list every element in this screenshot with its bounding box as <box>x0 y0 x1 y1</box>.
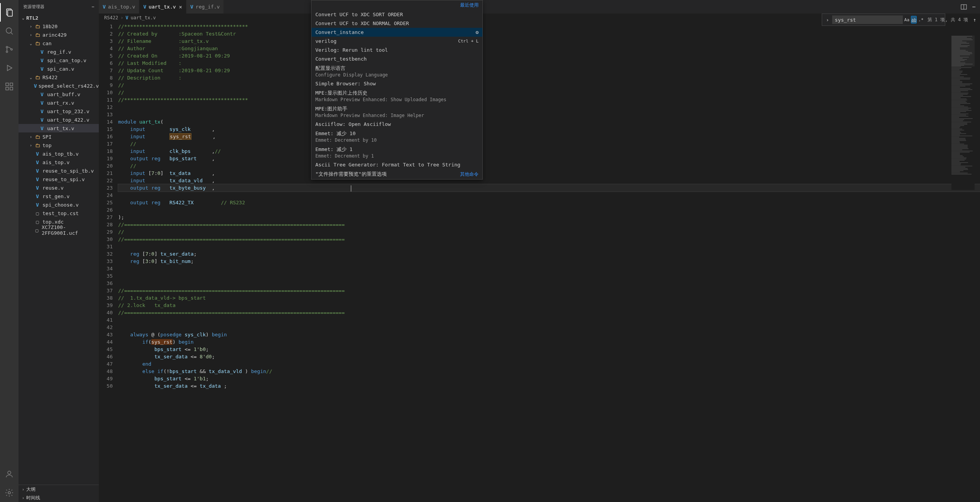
file-icon: V <box>39 92 46 97</box>
palette-recent-label: 最近使用 <box>311 0 482 10</box>
svg-marker-7 <box>7 65 12 71</box>
project-root[interactable]: ⌄ RTL2 <box>19 14 99 22</box>
search-icon[interactable] <box>0 22 19 40</box>
file-icon: V <box>34 83 37 89</box>
file-spi_can.v[interactable]: Vspi_can.v <box>19 64 99 73</box>
find-prev-icon[interactable]: ↑ <box>972 17 977 23</box>
file-ais_top_tb.v[interactable]: Vais_top_tb.v <box>19 149 99 158</box>
palette-item[interactable]: Simple Browser: Show <box>311 79 482 88</box>
folder-icon: 🗀 <box>34 75 41 80</box>
palette-item[interactable]: Convert UCF to XDC SORT ORDER <box>311 10 482 19</box>
svg-point-5 <box>6 51 8 53</box>
file-reuse_to_spi.v[interactable]: Vreuse_to_spi.v <box>19 175 99 183</box>
folder-RS422[interactable]: ⌄🗀RS422 <box>19 73 99 81</box>
file-icon: ▢ <box>34 210 41 216</box>
file-XC7Z100-2FFG900I.ucf[interactable]: ▢XC7Z100-2FFG900I.ucf <box>19 226 99 234</box>
file-speed_select_rs422.v[interactable]: Vspeed_select_rs422.v <box>19 81 99 90</box>
editor-body[interactable]: 1234567891011121314151617181920212223242… <box>99 22 980 502</box>
sidebar-title: 资源管理器 <box>23 4 44 10</box>
folder-SPI[interactable]: ›🗀SPI <box>19 132 99 141</box>
palette-item[interactable]: verilogCtrl + L <box>311 37 482 46</box>
palette-item[interactable]: Emmet: 减少 1Emmet: Decrement by 1 <box>311 144 482 160</box>
svg-point-13 <box>8 492 10 494</box>
more-actions-icon[interactable]: ⋯ <box>972 4 975 10</box>
file-icon: V <box>39 126 46 131</box>
palette-item[interactable]: "文件操作需要预览"的重置选项其他命令 <box>311 169 482 179</box>
palette-item[interactable]: Convert_instance⚙ <box>311 28 482 37</box>
file-uart_rx.v[interactable]: Vuart_rx.v <box>19 98 99 107</box>
palette-item[interactable]: MPE:图片助手Markdown Preview Enhanced: Image… <box>311 104 482 120</box>
find-whole-word-icon[interactable]: ab <box>911 16 917 24</box>
svg-rect-9 <box>10 83 13 86</box>
file-spi_can_top.v[interactable]: Vspi_can_top.v <box>19 56 99 64</box>
gear-icon[interactable]: ⚙ <box>476 29 479 35</box>
folder-top[interactable]: ›🗀top <box>19 141 99 149</box>
file-reuse_to_spi_tb.v[interactable]: Vreuse_to_spi_tb.v <box>19 166 99 175</box>
file-test_top.cst[interactable]: ▢test_top.cst <box>19 209 99 217</box>
palette-item[interactable]: Asciiflow: Open Asciiflow <box>311 120 482 129</box>
tab-ais-top[interactable]: V ais_top.v <box>99 0 139 14</box>
explorer-sidebar: 资源管理器 ⋯ ⌄ RTL2 ›🗀18b20›🗀arinc429⌄🗀canVre… <box>19 0 99 502</box>
file-rst_gen.v[interactable]: Vrst_gen.v <box>19 192 99 200</box>
find-case-icon[interactable]: Aa <box>904 16 909 24</box>
svg-rect-10 <box>6 87 8 90</box>
chevron-right-icon: › <box>120 15 123 20</box>
file-reg_if.v[interactable]: Vreg_if.v <box>19 47 99 56</box>
file-uart_tx.v[interactable]: Vuart_tx.v <box>19 124 99 132</box>
extensions-icon[interactable] <box>0 77 19 96</box>
file-icon: V <box>34 159 41 165</box>
split-editor-icon[interactable] <box>961 4 967 10</box>
palette-item[interactable]: Convert UCF to XDC NORMAL ORDER <box>311 19 482 28</box>
file-uart_buff.v[interactable]: Vuart_buff.v <box>19 90 99 98</box>
tab-reg-if[interactable]: V reg_if.v <box>186 0 224 14</box>
find-regex-icon[interactable]: .* <box>918 16 923 24</box>
file-ais_top.v[interactable]: Vais_top.v <box>19 158 99 166</box>
find-result-count: 第 1 项, 共 4 项 <box>928 17 968 23</box>
folder-icon: 🗀 <box>34 134 41 140</box>
code-content[interactable]: //**************************************… <box>118 22 980 502</box>
folder-icon: 🗀 <box>34 41 41 46</box>
sidebar-footer: ›大纲 ›时间线 <box>19 485 99 502</box>
explorer-icon[interactable] <box>0 3 19 22</box>
palette-item[interactable]: Convert_testbench <box>311 54 482 63</box>
outline-section[interactable]: ›大纲 <box>19 485 99 494</box>
file-icon: V <box>39 109 46 114</box>
folder-arinc429[interactable]: ›🗀arinc429 <box>19 31 99 39</box>
palette-item[interactable]: Verilog: Rerun lint tool <box>311 46 482 54</box>
tab-uart-tx[interactable]: V uart_tx.v × <box>139 0 186 14</box>
verilog-file-icon: V <box>103 4 106 10</box>
debug-icon[interactable] <box>0 59 19 77</box>
file-icon: V <box>39 49 46 55</box>
source-control-icon[interactable] <box>0 40 19 59</box>
editor-area: V ais_top.v V uart_tx.v × V reg_if.v ⋯ R… <box>99 0 980 502</box>
activity-bar <box>0 0 19 502</box>
file-spi_choose.v[interactable]: Vspi_choose.v <box>19 200 99 209</box>
find-input[interactable] <box>832 15 903 24</box>
file-icon: V <box>39 58 46 63</box>
file-uart_top_232.v[interactable]: Vuart_top_232.v <box>19 107 99 115</box>
account-icon[interactable] <box>0 465 19 483</box>
sidebar-more-icon[interactable]: ⋯ <box>91 4 94 9</box>
file-icon: V <box>34 193 41 199</box>
folder-18b20[interactable]: ›🗀18b20 <box>19 22 99 31</box>
line-gutter: 1234567891011121314151617181920212223242… <box>99 22 118 502</box>
folder-can[interactable]: ⌄🗀can <box>19 39 99 47</box>
file-icon: ▢ <box>34 227 40 233</box>
file-icon: V <box>34 185 41 191</box>
minimap[interactable] <box>951 36 975 190</box>
svg-point-12 <box>8 471 11 474</box>
palette-item[interactable]: 配置显示语言Configure Display Language <box>311 63 482 79</box>
svg-line-3 <box>11 32 13 34</box>
find-expand-icon[interactable]: › <box>824 17 831 23</box>
file-uart_top_422.v[interactable]: Vuart_top_422.v <box>19 115 99 124</box>
close-icon[interactable]: × <box>179 4 182 10</box>
folder-icon: 🗀 <box>34 24 41 29</box>
tab-actions: ⋯ <box>961 4 980 10</box>
file-reuse.v[interactable]: Vreuse.v <box>19 183 99 192</box>
palette-item[interactable]: MPE:显示图片上传历史Markdown Preview Enhanced: S… <box>311 88 482 104</box>
settings-gear-icon[interactable] <box>0 483 19 502</box>
svg-rect-8 <box>6 83 8 86</box>
timeline-section[interactable]: ›时间线 <box>19 494 99 502</box>
palette-item[interactable]: Emmet: 减少 10Emmet: Decrement by 10 <box>311 129 482 144</box>
palette-item[interactable]: Ascii Tree Generator: Format Text to Tre… <box>311 160 482 169</box>
